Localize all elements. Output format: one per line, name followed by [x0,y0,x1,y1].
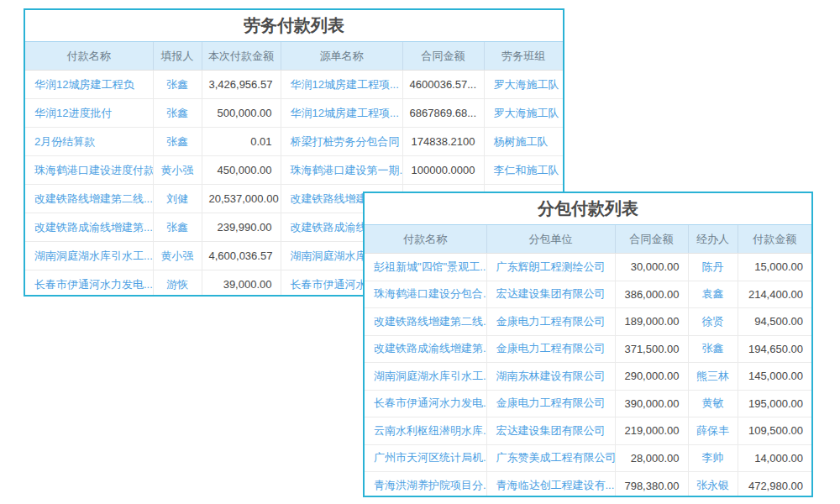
cell-contract-amount: 6867869.68... [402,99,484,128]
table-row: 华润12进度批付张鑫500,000.00华润12城房建工程项...6867869… [25,99,563,128]
cell-current-payment-amount: 39,000.00 [202,270,281,297]
subcontract-col-header-contract-amount: 合同金额 [615,225,688,254]
cell-filler[interactable]: 张鑫 [153,213,202,242]
cell-payment-amount: 145,000.00 [738,363,811,391]
cell-payment-name[interactable]: 珠海鹤港口建设分包合... [365,281,486,308]
cell-payment-amount: 15,000.00 [738,254,811,281]
cell-payment-name[interactable]: 长春市伊通河水力发电... [25,270,153,297]
cell-labor-team[interactable]: 李仁和施工队 [484,156,563,185]
cell-source-name[interactable]: 桥梁打桩劳务分包合同 [281,128,402,156]
cell-handler[interactable]: 薛保丰 [688,417,738,445]
cell-source-name[interactable]: 华润12城房建工程项... [281,99,402,128]
subcontract-col-header-payment-amount: 付款金额 [738,225,811,254]
cell-contract-amount: 371,500.00 [615,335,688,363]
cell-subcontract-unit[interactable]: 金康电力工程有限公司 [486,335,615,363]
cell-payment-amount: 14,000.00 [738,444,811,472]
cell-contract-amount: 290,000.00 [615,363,688,391]
cell-handler[interactable]: 黄敏 [688,390,738,417]
cell-payment-name[interactable]: 青海洪湖养护院项目分... [365,472,486,498]
table-row: 2月份结算款张鑫0.01桥梁打桩劳务分包合同174838.2100杨树施工队 [25,128,563,156]
table-row: 华润12城房建工程负张鑫3,426,956.57华润12城房建工程项...460… [25,71,563,99]
labor-col-header-current-payment-amount: 本次付款金额 [202,42,281,71]
cell-filler[interactable]: 张鑫 [153,128,202,156]
table-row: 珠海鹤港口建设分包合...宏达建设集团有限公司386,000.00袁鑫214,4… [365,281,811,308]
cell-payment-name[interactable]: 广州市天河区统计局机... [365,444,486,472]
cell-subcontract-unit[interactable]: 金康电力工程有限公司 [486,308,615,336]
cell-labor-team[interactable]: 罗大海施工队 [484,99,563,128]
cell-handler[interactable]: 袁鑫 [688,281,738,308]
cell-current-payment-amount: 450,000.00 [202,156,281,185]
labor-col-header-contract-amount: 合同金额 [402,42,484,71]
cell-payment-name[interactable]: 2月份结算款 [25,128,153,156]
subcontract-payment-table: 付款名称 分包单位 合同金额 经办人 付款金额 彭祖新城"四馆"景观工...广东… [365,224,811,497]
cell-subcontract-unit[interactable]: 广东辉朗工程测绘公司 [486,254,615,281]
cell-handler[interactable]: 徐贤 [688,308,738,336]
cell-payment-amount: 195,000.00 [738,390,811,417]
cell-handler[interactable]: 陈丹 [688,254,738,281]
cell-payment-name[interactable]: 改建铁路线增建第二线... [25,185,153,213]
cell-payment-name[interactable]: 改建铁路成渝线增建第... [25,213,153,242]
cell-current-payment-amount: 20,537,000.00 [202,185,281,213]
cell-labor-team[interactable]: 杨树施工队 [484,128,563,156]
labor-col-header-labor-team: 劳务班组 [484,42,563,71]
labor-table-title: 劳务付款列表 [25,10,563,41]
cell-payment-amount: 94,500.00 [738,308,811,336]
table-row: 广州市天河区统计局机...广东赞美成工程有限公司28,000.00李帅14,00… [365,444,811,472]
cell-source-name[interactable]: 华润12城房建工程项... [281,71,402,99]
cell-payment-name[interactable]: 华润12进度批付 [25,99,153,128]
cell-handler[interactable]: 熊三林 [688,363,738,391]
cell-contract-amount: 100000.0000 [402,156,484,185]
cell-payment-name[interactable]: 云南水利枢纽潜明水库... [365,417,486,445]
subcontract-table-title: 分包付款列表 [365,193,811,224]
cell-subcontract-unit[interactable]: 湖南东林建设有限公司 [486,363,615,391]
cell-payment-name[interactable]: 改建铁路线增建第二线... [365,308,486,336]
cell-contract-amount: 189,000.00 [615,308,688,336]
cell-subcontract-unit[interactable]: 金康电力工程有限公司 [486,390,615,417]
cell-filler[interactable]: 游恢 [153,270,202,297]
cell-filler[interactable]: 黄小强 [153,156,202,185]
cell-payment-name[interactable]: 彭祖新城"四馆"景观工... [365,254,486,281]
labor-col-header-source-name: 源单名称 [281,42,402,71]
cell-handler[interactable]: 李帅 [688,444,738,472]
cell-current-payment-amount: 0.01 [202,128,281,156]
cell-subcontract-unit[interactable]: 广东赞美成工程有限公司 [486,444,615,472]
cell-payment-name[interactable]: 长春市伊通河水力发电... [365,390,486,417]
cell-contract-amount: 30,000.00 [615,254,688,281]
cell-handler[interactable]: 张永银 [688,472,738,498]
cell-payment-name[interactable]: 珠海鹤港口建设进度付款 [25,156,153,185]
subcontract-col-header-subcontract-unit: 分包单位 [486,225,615,254]
cell-current-payment-amount: 239,990.00 [202,213,281,242]
cell-contract-amount: 219,000.00 [615,417,688,445]
cell-labor-team[interactable]: 罗大海施工队 [484,71,563,99]
cell-payment-name[interactable]: 湖南洞庭湖水库引水工... [365,363,486,391]
subcontract-table-header-row: 付款名称 分包单位 合同金额 经办人 付款金额 [365,225,811,254]
cell-filler[interactable]: 刘健 [153,185,202,213]
cell-contract-amount: 174838.2100 [402,128,484,156]
cell-payment-amount: 214,400.00 [738,281,811,308]
subcontract-table-body: 彭祖新城"四馆"景观工...广东辉朗工程测绘公司30,000.00陈丹15,00… [365,254,811,498]
table-row: 湖南洞庭湖水库引水工...湖南东林建设有限公司290,000.00熊三林145,… [365,363,811,391]
table-row: 改建铁路成渝线增建第...金康电力工程有限公司371,500.00张鑫194,6… [365,335,811,363]
cell-contract-amount: 386,000.00 [615,281,688,308]
cell-source-name[interactable]: 珠海鹤港口建设第一期... [281,156,402,185]
cell-filler[interactable]: 张鑫 [153,99,202,128]
cell-subcontract-unit[interactable]: 宏达建设集团有限公司 [486,281,615,308]
cell-current-payment-amount: 500,000.00 [202,99,281,128]
cell-contract-amount: 4600036.57... [402,71,484,99]
cell-payment-name[interactable]: 改建铁路成渝线增建第... [365,335,486,363]
subcontract-col-header-handler: 经办人 [688,225,738,254]
table-row: 云南水利枢纽潜明水库...宏达建设集团有限公司219,000.00薛保丰109,… [365,417,811,445]
cell-current-payment-amount: 3,426,956.57 [202,71,281,99]
cell-payment-amount: 109,500.00 [738,417,811,445]
table-row: 彭祖新城"四馆"景观工...广东辉朗工程测绘公司30,000.00陈丹15,00… [365,254,811,281]
cell-payment-name[interactable]: 湖南洞庭湖水库引水工... [25,242,153,270]
cell-filler[interactable]: 张鑫 [153,71,202,99]
cell-subcontract-unit[interactable]: 青海临达创工程建设有... [486,472,615,498]
cell-filler[interactable]: 黄小强 [153,242,202,270]
subcontract-payment-table-card: 分包付款列表 付款名称 分包单位 合同金额 经办人 付款金额 彭祖新城"四馆"景… [363,192,813,497]
cell-payment-name[interactable]: 华润12城房建工程负 [25,71,153,99]
cell-current-payment-amount: 4,600,036.57 [202,242,281,270]
cell-handler[interactable]: 张鑫 [688,335,738,363]
cell-subcontract-unit[interactable]: 宏达建设集团有限公司 [486,417,615,445]
labor-table-header-row: 付款名称 填报人 本次付款金额 源单名称 合同金额 劳务班组 [25,42,563,71]
